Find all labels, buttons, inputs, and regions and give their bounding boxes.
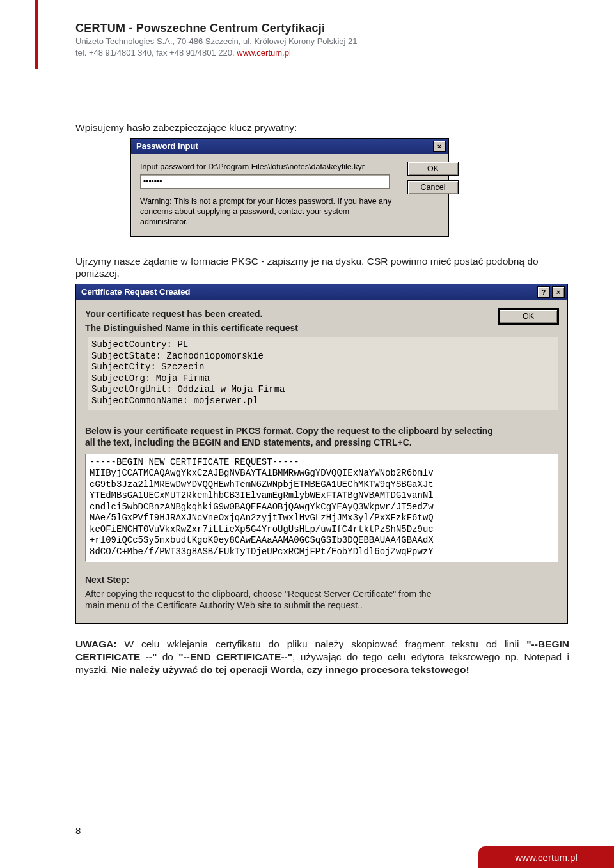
help-icon[interactable]: ? bbox=[537, 286, 550, 298]
header-contact-text: tel. +48 91/4801 340, fax +48 91/4801 22… bbox=[75, 48, 237, 58]
csr-text-box[interactable]: -----BEGIN NEW CERTIFICATE REQUEST----- … bbox=[85, 454, 558, 562]
footer-tab: www.certum.pl bbox=[478, 846, 614, 868]
dialog-body: Input password for D:\Program Files\lotu… bbox=[131, 154, 448, 236]
password-prompt: Input password for D:\Program Files\lotu… bbox=[140, 162, 396, 172]
csr-instructions: Below is your certificate request in PKC… bbox=[85, 426, 494, 449]
csr-dn-lines: SubjectCountry: PL SubjectState: Zachodn… bbox=[91, 339, 555, 407]
ok-button[interactable]: OK bbox=[498, 309, 558, 324]
close-icon[interactable]: × bbox=[552, 286, 565, 298]
header-link: www.certum.pl bbox=[237, 48, 291, 58]
dialog-title: Password Input bbox=[136, 141, 198, 152]
header-title: CERTUM - Powszechne Centrum Certyfikacji bbox=[75, 22, 576, 35]
page-content: Wpisujemy hasło zabezpieczające klucz pr… bbox=[75, 121, 569, 686]
csr-heading: Your certificate request has been create… bbox=[85, 309, 496, 320]
dialog-titlebar: Password Input × bbox=[131, 139, 448, 154]
note-paragraph: UWAGA: W celu wklejania certyfikatu do p… bbox=[75, 638, 569, 676]
next-step-label: Next Step: bbox=[85, 575, 558, 586]
dialog-csr-created: Certificate Request Created ? × Your cer… bbox=[75, 284, 568, 624]
footer-url: www.certum.pl bbox=[515, 852, 578, 863]
header-contact: tel. +48 91/4801 340, fax +48 91/4801 22… bbox=[75, 48, 576, 58]
note-text-1: W celu wklejania certyfikatu do pliku na… bbox=[117, 639, 527, 649]
note-text-2: do bbox=[157, 651, 178, 662]
note-label: UWAGA: bbox=[75, 639, 117, 649]
dialog-body: Your certificate request has been create… bbox=[76, 300, 567, 623]
next-step-text: After copying the request to the clipboa… bbox=[85, 589, 443, 612]
cancel-button[interactable]: Cancel bbox=[407, 180, 459, 194]
note-warning: Nie należy używać do tej operacji Worda,… bbox=[111, 664, 469, 675]
page-header: CERTUM - Powszechne Centrum Certyfikacji… bbox=[75, 22, 576, 58]
ok-button[interactable]: OK bbox=[407, 162, 459, 176]
header-accent-bar bbox=[35, 0, 38, 69]
page-number: 8 bbox=[75, 825, 81, 836]
password-field[interactable] bbox=[140, 174, 390, 189]
csr-text: -----BEGIN NEW CERTIFICATE REQUEST----- … bbox=[90, 457, 554, 558]
dialog-titlebar: Certificate Request Created ? × bbox=[76, 284, 567, 300]
csr-dn-title: The Distinguished Name in this certifica… bbox=[85, 323, 496, 334]
intro-paragraph-2: Ujrzymy nasze żądanie w formacie PKSC - … bbox=[75, 255, 569, 281]
dialog-title: Certificate Request Created bbox=[81, 287, 191, 298]
note-end: "--END CERTIFICATE--" bbox=[178, 651, 292, 662]
password-warning: Warning: This is not a prompt for your N… bbox=[140, 196, 396, 228]
dialog-password-input: Password Input × Input password for D:\P… bbox=[130, 138, 449, 237]
csr-dn-box: SubjectCountry: PL SubjectState: Zachodn… bbox=[88, 337, 558, 410]
close-icon[interactable]: × bbox=[433, 141, 446, 152]
header-address: Unizeto Technologies S.A., 70-486 Szczec… bbox=[75, 36, 576, 46]
intro-paragraph-1: Wpisujemy hasło zabezpieczające klucz pr… bbox=[75, 121, 569, 134]
